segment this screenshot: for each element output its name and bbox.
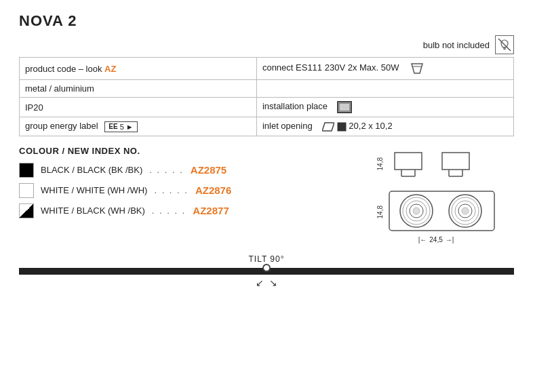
colour-code-2: AZ2877 <box>193 205 229 216</box>
no-bulb-icon <box>495 35 514 54</box>
energy-label: EE 5 ► <box>104 121 137 132</box>
colour-swatch-white <box>19 183 34 198</box>
colour-code-1: AZ2876 <box>195 184 231 196</box>
colour-label-1: WHITE / WHITE (WH /WH) <box>41 185 147 195</box>
svg-point-22 <box>413 208 420 214</box>
dim-v-label-top: 14,8 <box>376 157 384 170</box>
diagrams: 14,8 14,8 <box>358 146 514 243</box>
connect-cell: connect ES111 230V 2x Max. 50W <box>256 58 513 80</box>
svg-marker-3 <box>412 64 422 73</box>
spec-row-3: IP20 installation place <box>20 98 514 117</box>
front-view-svg <box>388 190 496 235</box>
svg-rect-9 <box>395 153 422 170</box>
material-cell: metal / aluminium <box>20 80 257 98</box>
energy-cell: group energy label EE 5 ► <box>20 117 257 136</box>
colour-dots-1: . . . . . <box>154 185 189 195</box>
svg-point-27 <box>462 208 469 214</box>
install-cell: installation place <box>256 98 513 117</box>
rect-icon <box>337 122 347 132</box>
colour-label-2: WHITE / BLACK (WH /BK) <box>41 205 145 216</box>
tilt-arrows: ↙ ↘ <box>256 277 277 288</box>
side-profile-diagram: 14,8 <box>376 146 496 183</box>
tilt-section: TILT 90° ↙ ↘ <box>19 254 514 288</box>
spec-row-4: group energy label EE 5 ► inlet opening … <box>20 117 514 136</box>
tilt-label: TILT 90° <box>248 254 284 264</box>
spec-row-1: product code – look AZ connect ES111 230… <box>20 58 514 80</box>
dim-h-label: 24,5 <box>429 236 442 243</box>
specs-table: product code – look AZ connect ES111 230… <box>19 57 514 136</box>
spec-row-2: metal / aluminium <box>20 80 514 98</box>
colour-list: COLOUR / NEW INDEX NO. BLACK / BLACK (BK… <box>19 146 338 243</box>
ip-cell: IP20 <box>20 98 257 117</box>
colour-section-title: COLOUR / NEW INDEX NO. <box>19 146 338 156</box>
colour-item-0: BLACK / BLACK (BK /BK) . . . . . AZ2875 <box>19 163 338 178</box>
colour-item-2: WHITE / BLACK (WH /BK) . . . . . AZ2877 <box>19 203 338 218</box>
colour-label-0: BLACK / BLACK (BK /BK) <box>41 165 142 175</box>
product-title: NOVA 2 <box>19 12 514 30</box>
colour-swatch-half <box>19 203 34 218</box>
tilt-bar-container <box>19 268 514 275</box>
colour-item-1: WHITE / WHITE (WH /WH) . . . . . AZ2876 <box>19 183 338 198</box>
dim-v-label-bottom: 14,8 <box>376 205 384 218</box>
colour-swatch-black <box>19 163 34 178</box>
front-view-diagram: 14,8 <box>376 190 496 243</box>
svg-rect-8 <box>338 123 346 131</box>
svg-rect-6 <box>339 103 350 111</box>
install-icon <box>337 101 352 113</box>
tilt-arrow-left: ↙ <box>256 277 264 288</box>
parallelogram-icon <box>322 122 334 132</box>
svg-rect-13 <box>442 153 469 170</box>
colour-dots-0: . . . . . <box>149 165 184 175</box>
material-right-cell <box>256 80 513 98</box>
svg-marker-7 <box>322 123 334 131</box>
bulb-note-text: bulb not included <box>423 40 490 50</box>
product-code-cell: product code – look AZ <box>20 58 257 80</box>
colour-section: COLOUR / NEW INDEX NO. BLACK / BLACK (BK… <box>19 146 514 243</box>
side-profile-svg <box>388 146 496 183</box>
dim-h-row: |← 24,5 →| <box>418 236 454 243</box>
tilt-pivot-dot <box>262 264 271 272</box>
colour-code-0: AZ2875 <box>191 164 226 176</box>
tilt-arrow-right: ↘ <box>269 277 277 288</box>
colour-dots-2: . . . . . <box>152 205 186 216</box>
connector-icon <box>409 61 425 76</box>
inlet-cell: inlet opening 20,2 x 10,2 <box>256 117 513 136</box>
